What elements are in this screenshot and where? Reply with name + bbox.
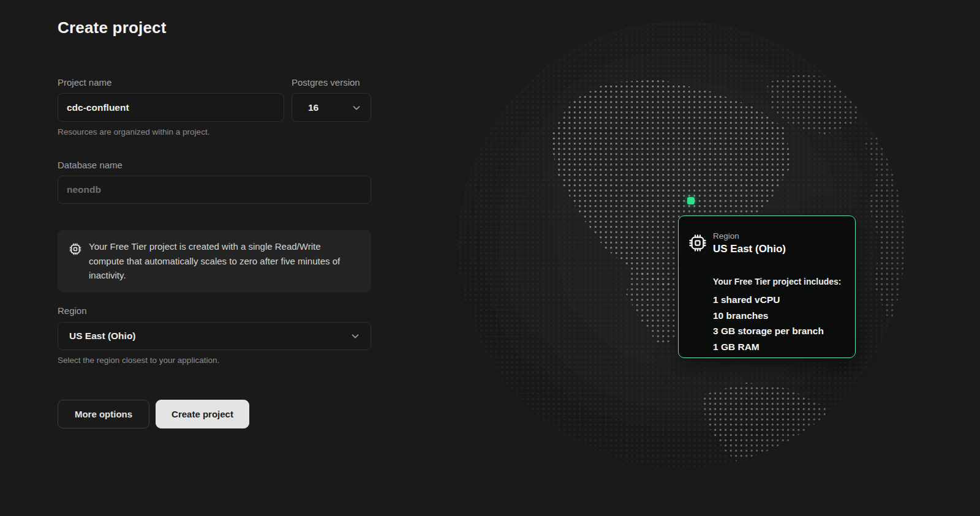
tooltip-include-item: 10 branches bbox=[713, 308, 824, 324]
tooltip-include-item: 1 GB RAM bbox=[713, 339, 824, 355]
region-select-value: US East (Ohio) bbox=[69, 331, 136, 342]
free-tier-notice-text: Your Free Tier project is created with a… bbox=[89, 239, 358, 283]
create-project-button[interactable]: Create project bbox=[156, 400, 249, 428]
project-name-helper: Resources are organized within a project… bbox=[58, 127, 209, 136]
project-name-label: Project name bbox=[58, 77, 111, 88]
create-project-form: Create project Project name Postgres ver… bbox=[58, 0, 371, 516]
region-label: Region bbox=[58, 305, 87, 316]
chevron-down-icon bbox=[351, 102, 362, 113]
postgres-version-value: 16 bbox=[308, 102, 318, 113]
postgres-version-select[interactable]: 16 bbox=[292, 93, 371, 122]
project-name-input[interactable] bbox=[58, 93, 284, 122]
tooltip-region-label: Region bbox=[713, 231, 739, 241]
database-name-label: Database name bbox=[58, 160, 123, 170]
chevron-down-icon bbox=[350, 331, 361, 342]
tooltip-include-item: 3 GB storage per branch bbox=[713, 323, 824, 339]
free-tier-notice: Your Free Tier project is created with a… bbox=[58, 230, 371, 292]
region-select[interactable]: US East (Ohio) bbox=[58, 322, 371, 350]
tooltip-region-name: US East (Ohio) bbox=[713, 243, 786, 255]
region-helper: Select the region closest to your applic… bbox=[58, 356, 219, 365]
tooltip-include-item: 1 shared vCPU bbox=[713, 292, 824, 308]
cpu-chip-icon bbox=[688, 233, 707, 253]
tooltip-includes-title: Your Free Tier project includes: bbox=[713, 277, 842, 286]
postgres-version-label: Postgres version bbox=[292, 77, 360, 88]
tooltip-includes-list: 1 shared vCPU 10 branches 3 GB storage p… bbox=[713, 292, 824, 354]
region-marker[interactable] bbox=[687, 197, 695, 204]
create-project-page: Region US East (Ohio) Your Free Tier pro… bbox=[0, 0, 980, 516]
page-title: Create project bbox=[58, 18, 167, 37]
cpu-chip-icon bbox=[69, 242, 82, 256]
more-options-button[interactable]: More options bbox=[58, 400, 149, 428]
database-name-input[interactable] bbox=[58, 176, 371, 204]
region-tooltip-card: Region US East (Ohio) Your Free Tier pro… bbox=[678, 215, 856, 358]
